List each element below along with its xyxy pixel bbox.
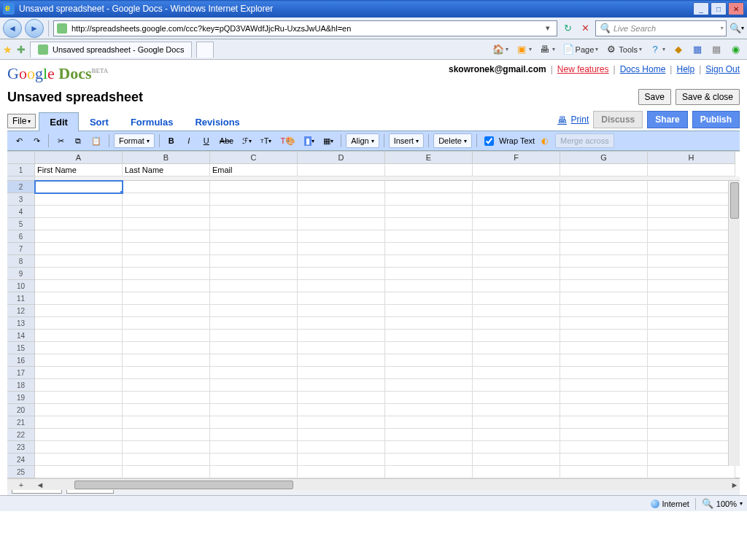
cell-F3[interactable] <box>473 193 560 206</box>
cell-E15[interactable] <box>385 342 473 354</box>
cell-C3[interactable] <box>210 193 298 206</box>
row-header[interactable]: 12 <box>7 305 35 317</box>
publish-button[interactable]: Publish <box>692 111 740 128</box>
cell-D9[interactable] <box>298 268 385 280</box>
cell-G22[interactable] <box>560 429 648 441</box>
cell-F14[interactable] <box>473 330 560 342</box>
cell-C22[interactable] <box>210 429 298 441</box>
cell-B17[interactable] <box>123 367 210 379</box>
font-size-button[interactable]: TT▾ <box>258 133 275 148</box>
row-header[interactable]: 8 <box>7 255 35 268</box>
save-button[interactable]: Save <box>638 89 671 105</box>
wrap-text-checkbox[interactable]: Wrap Text <box>481 134 535 148</box>
redo-button[interactable]: ↷ <box>29 133 44 148</box>
cell-A13[interactable] <box>35 317 123 330</box>
tab-sort[interactable]: Sort <box>79 112 120 131</box>
zoom-control[interactable]: 🔍100%▾ <box>702 498 743 510</box>
cell-C16[interactable] <box>210 354 298 367</box>
cell-G13[interactable] <box>560 317 648 330</box>
cell-F12[interactable] <box>473 305 560 317</box>
cell-G7[interactable] <box>560 243 648 255</box>
cell-A5[interactable] <box>35 218 123 230</box>
cell-A7[interactable] <box>35 243 123 255</box>
cell-E20[interactable] <box>385 404 473 416</box>
cell-D6[interactable] <box>298 230 385 243</box>
cell-E24[interactable] <box>385 454 473 466</box>
insert-menu[interactable]: Insert▾ <box>389 133 425 148</box>
cell-D8[interactable] <box>298 255 385 268</box>
cell-F10[interactable] <box>473 280 560 292</box>
help-menu[interactable]: ?▾ <box>646 42 668 57</box>
cell-F23[interactable] <box>473 441 560 454</box>
cell-C11[interactable] <box>210 292 298 305</box>
cell-H20[interactable] <box>648 404 735 416</box>
print-button[interactable]: 🖶▾ <box>536 42 558 57</box>
cell-D20[interactable] <box>298 404 385 416</box>
cell-E25[interactable] <box>385 466 473 478</box>
tools-menu[interactable]: ⚙Tools▾ <box>603 42 645 57</box>
row-header[interactable]: 11 <box>7 292 35 305</box>
cell-G24[interactable] <box>560 454 648 466</box>
cell-B11[interactable] <box>123 292 210 305</box>
cell-G17[interactable] <box>560 367 648 379</box>
row-header[interactable]: 10 <box>7 280 35 292</box>
cell-C20[interactable] <box>210 404 298 416</box>
cell-D2[interactable] <box>298 181 385 193</box>
cell-E19[interactable] <box>385 392 473 404</box>
cell-F19[interactable] <box>473 392 560 404</box>
cell-G10[interactable] <box>560 280 648 292</box>
cell-D21[interactable] <box>298 416 385 429</box>
format-menu[interactable]: Format▾ <box>114 133 155 148</box>
cell-A1[interactable]: First Name <box>35 164 123 176</box>
column-header-C[interactable]: C <box>210 152 298 164</box>
cell-B12[interactable] <box>123 305 210 317</box>
row-header[interactable]: 3 <box>7 193 35 206</box>
cell-B3[interactable] <box>123 193 210 206</box>
cell-E6[interactable] <box>385 230 473 243</box>
cell-E1[interactable] <box>385 164 473 176</box>
column-header-G[interactable]: G <box>560 152 648 164</box>
cell-G14[interactable] <box>560 330 648 342</box>
cell-A18[interactable] <box>35 379 123 392</box>
cell-A8[interactable] <box>35 255 123 268</box>
ie-search-box[interactable]: 🔍 Live Search ▾ <box>595 20 727 36</box>
cell-C15[interactable] <box>210 342 298 354</box>
print-link[interactable]: 🖶Print <box>557 114 589 125</box>
cell-D17[interactable] <box>298 367 385 379</box>
cell-D11[interactable] <box>298 292 385 305</box>
row-header[interactable]: 14 <box>7 330 35 342</box>
cell-D15[interactable] <box>298 342 385 354</box>
row-header[interactable]: 20 <box>7 404 35 416</box>
cell-A9[interactable] <box>35 268 123 280</box>
cell-F25[interactable] <box>473 466 560 478</box>
cell-H9[interactable] <box>648 268 735 280</box>
cell-C12[interactable] <box>210 305 298 317</box>
row-header[interactable]: 1 <box>7 164 35 176</box>
cell-A25[interactable] <box>35 466 123 478</box>
cell-H4[interactable] <box>648 206 735 218</box>
cell-C14[interactable] <box>210 330 298 342</box>
copy-button[interactable]: ⧉ <box>71 133 85 148</box>
row-header[interactable]: 2 <box>7 181 35 193</box>
tab-edit[interactable]: Edit <box>39 112 79 131</box>
cell-E23[interactable] <box>385 441 473 454</box>
cell-B24[interactable] <box>123 454 210 466</box>
cell-H17[interactable] <box>648 367 735 379</box>
cell-H10[interactable] <box>648 280 735 292</box>
text-color-button[interactable]: T🎨 <box>277 133 298 148</box>
cell-E11[interactable] <box>385 292 473 305</box>
url-field-wrap[interactable]: ▾ <box>53 20 557 36</box>
stop-button[interactable]: ✕ <box>578 21 592 36</box>
new-tab-button[interactable] <box>196 42 214 58</box>
cell-B13[interactable] <box>123 317 210 330</box>
cell-E18[interactable] <box>385 379 473 392</box>
addon-icon-4[interactable]: ◉ <box>727 42 744 57</box>
cell-A16[interactable] <box>35 354 123 367</box>
cell-F6[interactable] <box>473 230 560 243</box>
italic-button[interactable]: I <box>182 133 196 148</box>
cell-G21[interactable] <box>560 416 648 429</box>
cell-B10[interactable] <box>123 280 210 292</box>
cell-B22[interactable] <box>123 429 210 441</box>
cell-D3[interactable] <box>298 193 385 206</box>
cell-H12[interactable] <box>648 305 735 317</box>
